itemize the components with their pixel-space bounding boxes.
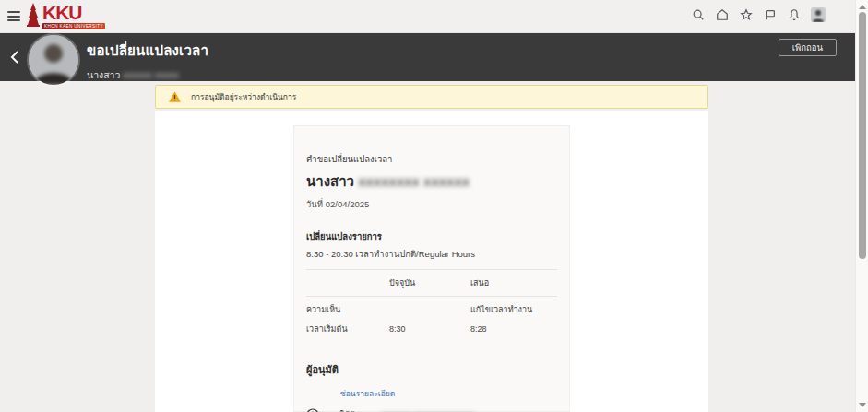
- col-current: ปัจจุบัน: [389, 277, 470, 289]
- approver-title: ผู้อนุมัติ: [306, 361, 557, 378]
- schedule-line: 8:30 - 20:30 เวลาทำงานปกติ/Regular Hours: [306, 247, 557, 261]
- employee-avatar[interactable]: [29, 35, 78, 85]
- approval-timeline: ระบุให้กับ Mrs. xxxxxxx xxxxxxxxxxxxxxx …: [306, 407, 557, 412]
- row-proposed: แก้ไขเวลาทำงาน: [470, 303, 557, 316]
- row-current: 8:30: [389, 324, 470, 334]
- person-name: นางสาว xxxxxxxx xxxxxx: [306, 171, 557, 193]
- app-window: KKU KHON KAEN UNIVERSITY: [0, 0, 868, 412]
- kku-wordmark: KKU: [42, 3, 105, 22]
- table-header-row: ปัจจุบัน เสนอ: [306, 270, 557, 297]
- request-label: คำขอเปลี่ยนแปลงเวลา: [306, 152, 557, 166]
- status-alert: การอนุมัติอยู่ระหว่างดำเนินการ: [155, 85, 708, 109]
- star-icon[interactable]: [739, 8, 753, 22]
- page-header: ขอเปลี่ยนแปลงเวลา นางสาว xxxxxx xxxxx เพ…: [0, 33, 855, 81]
- hide-details-link[interactable]: ซ่อนรายละเอียด: [340, 387, 395, 400]
- page-title: ขอเปลี่ยนแปลงเวลา: [87, 40, 208, 62]
- subtitle-prefix: นางสาว: [87, 69, 120, 80]
- back-chevron-icon[interactable]: [7, 49, 24, 65]
- scrollbar-thumb[interactable]: [859, 12, 866, 259]
- clock-icon: [306, 408, 319, 412]
- scroll-up-arrow-icon[interactable]: [859, 5, 866, 9]
- kku-logo[interactable]: KKU KHON KAEN UNIVERSITY: [26, 3, 105, 29]
- search-icon[interactable]: [691, 8, 705, 22]
- request-date: วันที่ 02/04/2025: [306, 197, 557, 211]
- scroll-down-arrow-icon[interactable]: [859, 403, 866, 407]
- menu-icon[interactable]: [7, 11, 20, 21]
- alert-message: การอนุมัติอยู่ระหว่างดำเนินการ: [191, 90, 296, 103]
- user-avatar[interactable]: [811, 7, 826, 22]
- col-proposed: เสนอ: [470, 277, 557, 289]
- kku-emblem-icon: [26, 3, 41, 27]
- row-proposed: 8:28: [470, 324, 557, 334]
- page-subtitle: นางสาว xxxxxx xxxxx: [87, 67, 208, 83]
- comparison-table: ปัจจุบัน เสนอ ความเห็น แก้ไขเวลาทำงาน เว…: [306, 269, 557, 337]
- request-card: คำขอเปลี่ยนแปลงเวลา นางสาว xxxxxxxx xxxx…: [293, 125, 570, 412]
- timeline-text: ระบุให้กับ Mrs. xxxxxxx xxxxxxxxxxxxxxx: [326, 408, 475, 412]
- timeline-item: ระบุให้กับ Mrs. xxxxxxx xxxxxxxxxxxxxxx …: [306, 407, 557, 412]
- table-row: ความเห็น แก้ไขเวลาทำงาน: [306, 303, 557, 316]
- top-app-bar: KKU KHON KAEN UNIVERSITY: [0, 0, 855, 33]
- redacted-name: xxxxxxxx xxxxxx: [358, 173, 470, 189]
- vertical-scrollbar[interactable]: [855, 0, 868, 412]
- bell-icon[interactable]: [787, 8, 801, 22]
- change-section-title: เปลี่ยนแปลงรายการ: [306, 230, 557, 243]
- table-row: เวลาเริ่มต้น 8:30 8:28: [306, 323, 557, 335]
- warning-triangle-icon: [169, 91, 181, 102]
- home-icon[interactable]: [715, 8, 729, 22]
- kku-university-label: KHON KAEN UNIVERSITY: [42, 23, 105, 29]
- person-prefix: นางสาว: [306, 173, 354, 189]
- row-label: ความเห็น: [306, 303, 389, 316]
- content-panel: คำขอเปลี่ยนแปลงเวลา นางสาว xxxxxxxx xxxx…: [155, 111, 708, 412]
- withdraw-button[interactable]: เพิกถอน: [779, 39, 837, 56]
- row-label: เวลาเริ่มต้น: [306, 323, 389, 335]
- redacted-name: xxxxxx xxxxx: [123, 69, 179, 80]
- flag-icon[interactable]: [763, 8, 777, 22]
